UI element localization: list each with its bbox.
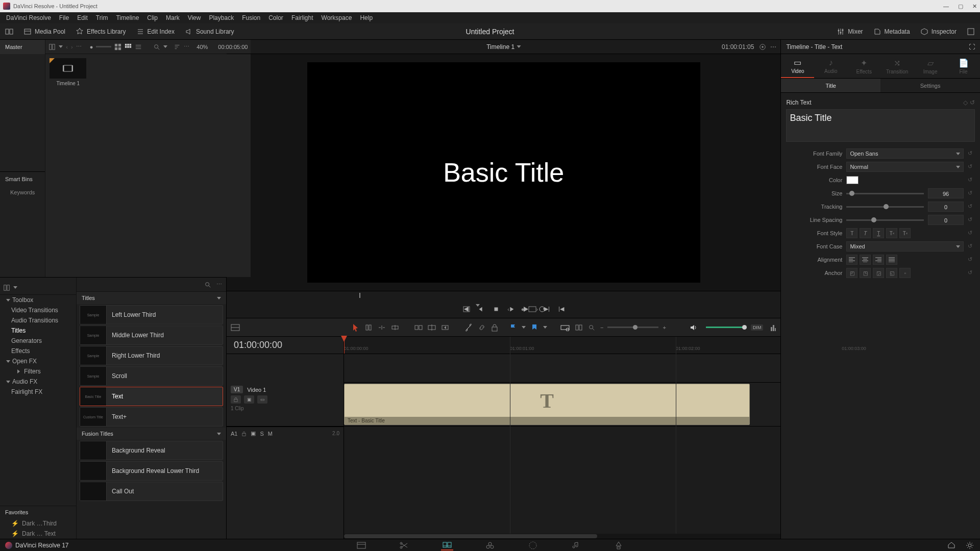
anchor-tc[interactable]: ◳: [860, 268, 871, 278]
home-button[interactable]: [947, 541, 955, 549]
replace-clip[interactable]: [441, 324, 449, 331]
snapping-toggle[interactable]: [560, 324, 570, 331]
tree-toolbox[interactable]: Toolbox: [0, 295, 76, 305]
fx-panel-dd[interactable]: [13, 286, 17, 289]
zoom-out[interactable]: −: [600, 324, 603, 331]
zoom-search[interactable]: [588, 324, 595, 331]
page-deliver[interactable]: [612, 540, 625, 550]
timeline-thumbnail[interactable]: Timeline 1: [50, 58, 86, 86]
video-track-head[interactable]: V1Video 1 ▣ ▭ 1 Clip: [227, 383, 344, 427]
options-menu[interactable]: ⋯: [184, 43, 189, 50]
timeline-body[interactable]: 01:00:00:0001:00:01:0001:00:02:0001:00:0…: [344, 337, 780, 539]
align-justify[interactable]: [886, 255, 897, 265]
volume-icon[interactable]: [690, 324, 698, 331]
playhead[interactable]: [344, 337, 345, 354]
anchor-mc[interactable]: ▫: [899, 268, 911, 278]
kf-style[interactable]: ↺: [968, 230, 975, 237]
viewer-scrubber[interactable]: [227, 291, 780, 300]
kf-tracking[interactable]: ↺: [968, 203, 975, 210]
selection-tool[interactable]: [352, 323, 359, 332]
anchor-ml[interactable]: ◱: [886, 268, 897, 278]
master-bin[interactable]: Master: [0, 40, 45, 54]
font-family-select[interactable]: Open Sans: [846, 148, 964, 159]
bin-dropdown[interactable]: [59, 45, 63, 48]
a-mute[interactable]: M: [268, 431, 273, 437]
zoom-percent[interactable]: 40%: [197, 44, 208, 50]
zoom-in[interactable]: +: [663, 324, 666, 331]
page-color[interactable]: [527, 540, 539, 550]
tree-fairlightfx[interactable]: Fairlight FX: [0, 387, 76, 397]
auto-select[interactable]: ▣: [244, 395, 254, 404]
fx-panel-toggle[interactable]: [3, 284, 10, 291]
menu-edit[interactable]: Edit: [73, 14, 92, 21]
anchor-tr[interactable]: ◲: [873, 268, 884, 278]
linked-move[interactable]: [575, 324, 583, 331]
marker-prev[interactable]: ●: [518, 304, 528, 314]
tree-audio-transitions[interactable]: Audio Transitions: [0, 315, 76, 325]
fusion-title-background-reveal-lower-third[interactable]: Background Reveal Lower Third: [80, 461, 223, 481]
a-lock[interactable]: [241, 431, 247, 436]
link-toggle[interactable]: [478, 323, 486, 332]
menu-timeline[interactable]: Timeline: [112, 14, 143, 21]
disable-track[interactable]: ▭: [257, 395, 267, 404]
project-settings[interactable]: [966, 541, 974, 549]
kf-anchor[interactable]: ↺: [968, 269, 975, 277]
lock-track[interactable]: [231, 395, 241, 404]
lock-icon[interactable]: [491, 323, 498, 332]
viewer-canvas-area[interactable]: Basic Title: [227, 54, 780, 291]
menu-file[interactable]: File: [55, 14, 73, 21]
overlay-dropdown[interactable]: [476, 304, 480, 307]
effects-library-toggle[interactable]: Effects Library: [70, 23, 131, 40]
reset-section[interactable]: ↺: [970, 99, 975, 106]
maximize-button[interactable]: ▢: [958, 3, 963, 10]
menu-view[interactable]: View: [184, 14, 205, 21]
dim-toggle[interactable]: DIM: [751, 324, 764, 331]
blade-tool[interactable]: [391, 323, 399, 332]
fusion-title-call-out[interactable]: Call Out: [80, 482, 223, 501]
viewer-timeline-name[interactable]: Timeline 1: [486, 43, 514, 51]
menu-trim[interactable]: Trim: [92, 14, 112, 21]
menu-mark[interactable]: Mark: [162, 14, 184, 21]
nav-back[interactable]: ‹: [66, 44, 68, 50]
style-underline[interactable]: T: [873, 228, 884, 238]
zoom-slider[interactable]: [607, 327, 658, 328]
audio-track-1[interactable]: [344, 427, 780, 498]
timeline-hscroll[interactable]: [344, 534, 780, 539]
a-solo[interactable]: S: [260, 431, 263, 437]
video-track-1[interactable]: T Text - Basic Title: [344, 383, 780, 427]
tracking-value[interactable]: 0: [928, 202, 964, 212]
menu-playback[interactable]: Playback: [205, 14, 238, 21]
next-edit[interactable]: ▶|: [542, 304, 552, 314]
nav-fwd[interactable]: ›: [71, 44, 73, 50]
timeline-view-options[interactable]: [231, 324, 240, 331]
page-cut[interactable]: [398, 540, 410, 550]
font-case-select[interactable]: Mixed: [846, 241, 964, 252]
match-frame-icon[interactable]: [759, 43, 766, 51]
timeline-ruler[interactable]: 01:00:00:0001:00:01:0001:00:02:0001:00:0…: [344, 337, 780, 354]
subtab-settings[interactable]: Settings: [880, 79, 980, 92]
anchor-tl[interactable]: ◰: [846, 268, 857, 278]
audio-track-head[interactable]: A1 ▣ S M 2.0: [227, 427, 344, 440]
align-right[interactable]: [873, 255, 884, 265]
prev-edit[interactable]: |◀: [556, 304, 566, 314]
first-frame[interactable]: ‹: [503, 304, 513, 314]
menu-workspace[interactable]: Workspace: [317, 14, 356, 21]
flag-dd[interactable]: [522, 326, 526, 329]
subtab-title[interactable]: Title: [781, 79, 880, 92]
inspector-tab-effects[interactable]: ✦Effects: [847, 54, 880, 78]
menu-color[interactable]: Color: [264, 14, 287, 21]
align-center[interactable]: [860, 255, 871, 265]
inspector-tab-transition[interactable]: ⤭Transition: [880, 54, 914, 78]
page-edit[interactable]: [441, 540, 453, 550]
kf-align[interactable]: ↺: [968, 256, 975, 263]
sound-library-toggle[interactable]: Sound Library: [180, 23, 239, 40]
tree-titles[interactable]: Titles: [0, 325, 76, 336]
page-media[interactable]: [355, 540, 368, 550]
kf-fontface[interactable]: ↺: [968, 163, 975, 170]
category-fusion-titles[interactable]: Fusion Titles: [77, 428, 226, 440]
tree-effects[interactable]: Effects: [0, 346, 76, 356]
kf-case[interactable]: ↺: [968, 243, 975, 250]
inspector-tab-image[interactable]: ▱Image: [914, 54, 947, 78]
style-super[interactable]: Tx: [886, 228, 897, 238]
title-clip[interactable]: T Text - Basic Title: [344, 384, 750, 425]
